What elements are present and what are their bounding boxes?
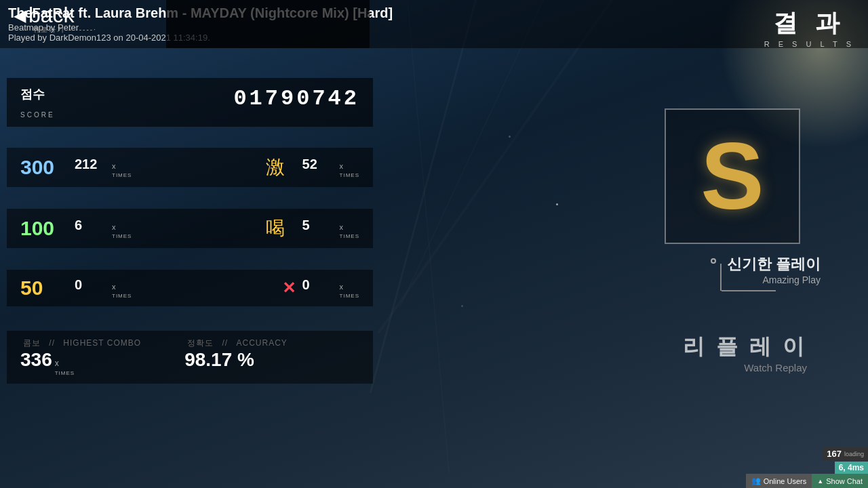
score-label-korean: 점수: [20, 86, 45, 102]
performance-graph: [166, 0, 370, 48]
counter-number: 167: [827, 449, 842, 459]
song-title: TheFatRat ft. Laura Brehm - MAYDAY (Nigh…: [8, 5, 860, 21]
played-info: Played by DarkDemon123 on 20-04-2021 11:…: [8, 33, 860, 43]
hit-50-label: 50: [20, 277, 68, 300]
combo-header: 콤보 // HIGHEST COMBO: [20, 338, 144, 349]
results-label: 결 과 R E S U L T S: [764, 7, 854, 48]
geki-count: 52: [302, 157, 336, 172]
replay-english: Watch Replay: [683, 362, 807, 373]
miss-icon: ✕: [282, 279, 296, 298]
geki-kanji: 激: [255, 155, 296, 180]
bottom-buttons: 👥 Online Users ▲ Show Chat: [746, 474, 868, 488]
header: TheFatRat ft. Laura Brehm - MAYDAY (Nigh…: [0, 0, 868, 48]
combo-english: HIGHEST COMBO: [63, 338, 141, 348]
counter-label: loading: [844, 451, 864, 458]
hit-100-label: 100: [20, 217, 68, 240]
back-arrow-icon: ◀: [14, 6, 26, 25]
replay-korean: 리 플 레 이: [683, 332, 807, 362]
katu-kanji: 喝: [255, 216, 296, 241]
score-label-english: SCORE: [20, 111, 359, 119]
online-users-button[interactable]: 👥 Online Users: [746, 474, 812, 488]
amazing-play-section: 신기한 플레이 Amazing Play: [711, 254, 821, 285]
miss-count: 0: [302, 277, 336, 293]
amazing-play-english: Amazing Play: [727, 274, 821, 285]
accuracy-group: 정확도 // ACCURACY 98.17 %: [184, 338, 290, 377]
grade-panel: S: [665, 108, 800, 244]
back-label: back: [28, 3, 75, 28]
online-users-icon: 👥: [751, 476, 761, 485]
hit-row-50: 50 0 xTIMES ✕ 0 xTIMES: [7, 270, 373, 306]
accuracy-korean: 정확도: [187, 338, 214, 348]
results-english: R E S U L T S: [764, 40, 854, 48]
graph-svg: [166, 0, 370, 48]
hit-300-label: 300: [20, 156, 68, 179]
chevron-up-icon: ▲: [817, 478, 823, 485]
combo-divider: //: [49, 338, 58, 348]
latency-badge: 6, 4ms: [835, 462, 868, 474]
replay-section[interactable]: 리 플 레 이 Watch Replay: [683, 332, 807, 373]
grade-letter: S: [701, 129, 764, 224]
back-sublabel: 뒤로가기 -------·: [33, 25, 97, 35]
combo-accuracy-panel: 콤보 // HIGHEST COMBO 336 xTIMES 정확도 // AC…: [7, 331, 373, 384]
accuracy-english: ACCURACY: [237, 338, 288, 348]
score-panel: 점수 01790742 SCORE: [7, 78, 373, 127]
katu-count: 5: [302, 218, 336, 233]
hit-100-count: 6: [75, 218, 108, 233]
beatmap-info: Beatmap by Peter: [8, 22, 860, 33]
show-chat-button[interactable]: ▲ Show Chat: [812, 474, 868, 488]
amazing-play-korean: 신기한 플레이: [727, 254, 821, 274]
accuracy-divider: //: [222, 338, 231, 348]
hit-row-300: 300 212 xTIMES 激 52 xTIMES: [7, 148, 373, 187]
accuracy-header: 정확도 // ACCURACY: [184, 338, 290, 349]
amazing-play-line: [720, 264, 722, 291]
combo-group: 콤보 // HIGHEST COMBO 336 xTIMES: [20, 338, 144, 377]
amazing-play-dot: [711, 258, 716, 264]
hit-300-count: 212: [75, 157, 108, 172]
amazing-play-hline: [722, 290, 776, 291]
counter-bar: 167 loading: [823, 447, 868, 460]
accuracy-value: 98.17 %: [184, 349, 290, 371]
combo-korean: 콤보: [23, 338, 41, 348]
hit-row-100: 100 6 xTIMES 喝 5 xTIMES: [7, 209, 373, 248]
back-button[interactable]: ◀ back 뒤로가기 -------·: [14, 3, 97, 35]
results-korean: 결 과: [764, 7, 854, 40]
combo-value: 336: [20, 349, 52, 371]
hit-50-count: 0: [75, 277, 108, 293]
score-value: 01790742: [233, 86, 359, 111]
show-chat-label: Show Chat: [826, 477, 863, 485]
bottom-right-ui: 167 loading 6, 4ms 👥 Online Users ▲ Show…: [746, 447, 868, 488]
online-users-label: Online Users: [764, 477, 807, 485]
